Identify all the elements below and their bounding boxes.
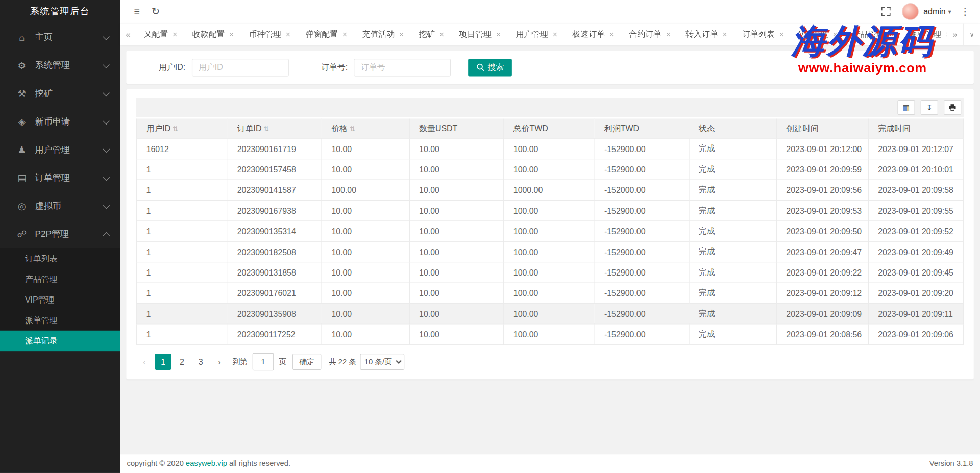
admin-app: 系统管理后台 ⌂ 主页 ⚙ 系统管理 ⚒ 挖矿 [0,0,980,473]
tab-close-icon[interactable]: × [173,30,177,39]
tab-close-icon[interactable]: × [889,30,894,39]
tab[interactable]: 转入订单 × [678,24,735,45]
sidebar-item[interactable]: ▤ 订单管理 [0,164,120,192]
tab-close-icon[interactable]: × [609,30,614,39]
tab-close-icon[interactable]: × [722,30,727,39]
tab[interactable]: 合约订单 × [622,24,678,45]
tab[interactable]: 弹窗配置 × [298,24,355,45]
cell-amount-usdt: 10.00 [409,200,504,220]
sidebar-item-label: 虚拟币 [35,200,61,211]
goto-page-input[interactable] [253,353,274,370]
column-header[interactable]: 价格⇅ [322,119,409,138]
sidebar-subitem[interactable]: 产品管理 [0,269,120,289]
tab[interactable]: 收款配置 × [185,24,241,45]
main-column: ≡ ↻ admin ▾ ⋮ « 又配置 × 收 [120,0,980,473]
tab-close-icon[interactable]: × [439,30,444,39]
cell-price: 10.00 [322,283,409,303]
tab[interactable]: 币种管理 × [241,24,298,45]
tab[interactable]: 充值活动 × [355,24,411,45]
cell-finished-at: 2023-09-01 20:09:45 [868,262,963,283]
tab[interactable]: 产品管理 × [845,24,901,45]
page-size-select[interactable]: 10 条/页 [360,354,404,370]
column-header[interactable]: 状态⇅ [689,119,777,138]
refresh-icon[interactable]: ↻ [146,6,165,17]
sidebar-item-label: 挖矿 [35,88,53,99]
page-number-button[interactable]: 1 [155,354,172,370]
tab-close-icon[interactable]: × [779,30,783,39]
column-header-label: 状态 [699,123,715,133]
goto-label: 到第 [233,357,248,367]
columns-grid-icon[interactable]: ▦ [897,100,915,115]
cell-profit-twd: -152900.00 [595,324,689,344]
sidebar-item[interactable]: ☍ P2P管理 [0,220,120,248]
column-header[interactable]: 创建时间⇅ [776,119,868,138]
sidebar-item[interactable]: ◈ 新币申请 [0,108,120,136]
tab-close-icon[interactable]: × [342,30,347,39]
column-header[interactable]: 用户ID⇅ [137,119,228,138]
sidebar-item[interactable]: ♟ 用户管理 [0,136,120,164]
avatar[interactable] [901,3,918,20]
page-number-button[interactable]: 3 [192,354,209,370]
tabs-menu-button[interactable]: ∨ [963,24,980,45]
column-header[interactable]: 总价TWD⇅ [504,119,595,138]
next-page-button[interactable]: › [211,354,228,370]
tab[interactable]: 订单列表 × [734,24,791,45]
tab[interactable]: 又配置 × [136,24,185,45]
search-button[interactable]: 搜索 [468,58,512,76]
tab-close-icon[interactable]: × [399,30,404,39]
tab[interactable]: 项目管理 × [452,24,508,45]
tab-close-icon[interactable]: × [666,30,671,39]
new-coin-icon: ◈ [16,116,28,127]
tab[interactable]: 极速订单 × [565,24,622,45]
column-header[interactable]: 利润TWD⇅ [595,119,689,138]
sidebar-item[interactable]: ◎ 虚拟币 [0,192,120,220]
cell-order-id: 2023090161719 [228,138,322,159]
cell-finished-at: 2023-09-01 20:09:20 [868,283,963,303]
goto-confirm-button[interactable]: 确定 [292,354,321,370]
sidebar-item[interactable]: ⚙ 系统管理 [0,51,120,79]
user-id-input[interactable] [191,58,288,76]
easyweb-link[interactable]: easyweb.vip [186,459,227,468]
sort-icon[interactable]: ⇅ [350,125,355,133]
sidebar-subitem[interactable]: 派单记录 [0,331,120,351]
tab-close-icon[interactable]: × [229,30,234,39]
tabs-scroll-left-button[interactable]: « [120,24,136,45]
tab-close-icon[interactable]: × [286,30,290,39]
username[interactable]: admin [923,7,945,16]
sidebar-subitem[interactable]: 派单管理 [0,310,120,330]
cell-price: 10.00 [322,262,409,283]
sidebar-item[interactable]: ⚒ 挖矿 [0,80,120,108]
sidebar-subitem[interactable]: 订单列表 [0,248,120,268]
cell-finished-at: 2023-09-01 20:10:01 [868,159,963,180]
table-card: ▦ ↧ 用户ID⇅ 订单ID⇅ [126,89,973,379]
sort-icon[interactable]: ⇅ [263,125,269,133]
tab[interactable]: 挖矿 × [411,24,452,45]
page-number-button[interactable]: 2 [174,354,190,370]
order-no-input[interactable] [354,58,451,76]
tab-close-icon[interactable]: × [496,30,501,39]
print-icon[interactable] [944,100,961,115]
export-download-icon[interactable]: ↧ [921,100,938,115]
sidebar-item[interactable]: ⌂ 主页 [0,23,120,51]
tab[interactable]: VIP管理 × [791,24,845,45]
tabs-scroll-right-button[interactable]: » [947,24,963,45]
cell-profit-twd: -152900.00 [595,241,689,262]
cell-amount-usdt: 10.00 [409,138,504,159]
kebab-menu-icon[interactable]: ⋮ [958,6,972,17]
tab-close-icon[interactable]: × [553,30,557,39]
column-header[interactable]: 订单ID⇅ [228,119,322,138]
fullscreen-icon[interactable] [876,7,895,16]
tab[interactable]: 派单管理 × [901,24,947,45]
chevron-down-icon [103,202,110,209]
sort-icon[interactable]: ⇅ [173,125,178,133]
column-header[interactable]: 数量USDT⇅ [409,119,504,138]
tab[interactable]: 用户管理 × [508,24,565,45]
sidebar-subitem[interactable]: VIP管理 [0,289,120,310]
cell-created-at: 2023-09-01 20:09:53 [776,200,868,220]
tabs: 又配置 × 收款配置 × 币种管理 × 弹窗配置 [136,24,947,45]
tab-close-icon[interactable]: × [832,30,837,39]
column-header[interactable]: 完成时间⇅ [868,119,963,138]
caret-down-icon[interactable]: ▾ [948,8,951,15]
cell-profit-twd: -152900.00 [595,159,689,180]
sidebar-collapse-icon[interactable]: ≡ [128,6,146,17]
